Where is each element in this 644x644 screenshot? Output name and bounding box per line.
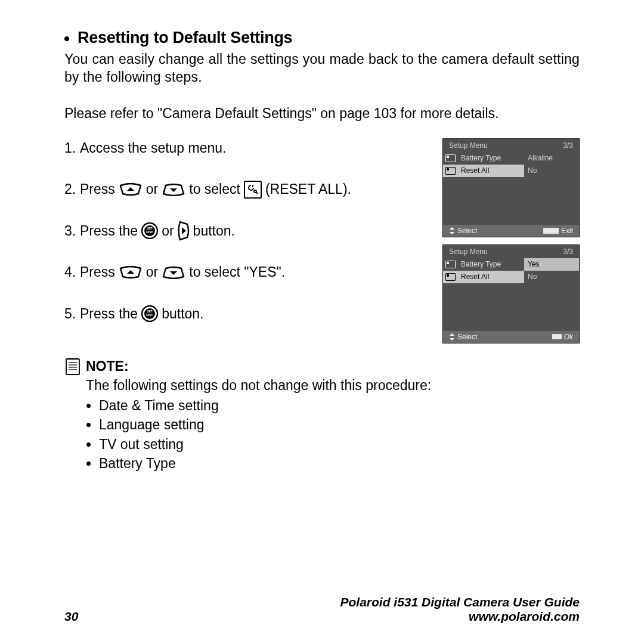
screenshot-2: Setup Menu 3/3 Battery Type Yes Reset Al…: [442, 244, 580, 343]
step-number: 3.: [64, 221, 80, 241]
menu-label: Reset All: [457, 165, 524, 177]
note-item: Battery Type: [99, 454, 431, 473]
menu-value-selected: Yes: [524, 258, 579, 271]
empty-area: [443, 177, 579, 225]
step-text: to select "YES".: [189, 262, 285, 282]
down-button-icon: [162, 266, 185, 279]
note-item: TV out setting: [99, 435, 431, 454]
note-lead: The following settings do not change wit…: [86, 377, 431, 393]
menu-value: No: [524, 271, 579, 283]
step-number: 5.: [64, 304, 80, 324]
menu-value: Alkaline: [524, 152, 579, 165]
note-heading: NOTE:: [86, 358, 129, 374]
menu-row-selected: Reset All No: [443, 165, 579, 177]
step-3: 3. Press the SETDISP or button.: [64, 221, 425, 241]
menu-tag: MENU: [543, 228, 559, 234]
screenshot-1: Setup Menu 3/3 Battery Type Alkaline Res…: [442, 138, 580, 237]
manual-page: Resetting to Default Settings You can ea…: [0, 0, 644, 644]
step-4: 4. Press or to select "YES".: [64, 262, 425, 282]
step-text: (RESET ALL).: [265, 179, 351, 199]
svg-text:DISP: DISP: [146, 313, 153, 317]
set-disp-button-icon: SETDISP: [141, 305, 158, 322]
empty-area: [443, 283, 579, 331]
right-button-icon: [178, 221, 190, 241]
step-number: 4.: [64, 262, 80, 282]
step-text: Press: [80, 179, 115, 199]
page-footer: 30 Polaroid i531 Digital Camera User Gui…: [64, 595, 580, 624]
step-text: button.: [193, 221, 235, 241]
up-button-icon: [119, 266, 143, 279]
step-text: to select: [189, 179, 240, 199]
step-number: 1.: [64, 138, 80, 158]
menu-label: Reset All: [457, 271, 524, 283]
camera-screenshots: Setup Menu 3/3 Battery Type Alkaline Res…: [442, 138, 580, 351]
screen-title: Setup Menu: [449, 247, 488, 256]
battery-icon: [443, 152, 457, 165]
svg-point-0: [254, 190, 256, 193]
step-5: 5. Press the SETDISP button.: [64, 304, 425, 324]
updown-icon: [449, 227, 455, 234]
step-text: Access the setup menu.: [80, 138, 226, 158]
step-text: Press: [80, 262, 115, 282]
down-button-icon: [162, 183, 185, 196]
screen-footer: Select MENUExit: [443, 225, 579, 237]
menu-label: Battery Type: [457, 152, 524, 165]
reset-icon: [443, 165, 457, 177]
page-number: 30: [64, 609, 78, 624]
screen-page: 3/3: [563, 247, 573, 256]
menu-value: No: [524, 165, 579, 177]
steps-list: 1. Access the setup menu. 2. Press or to…: [64, 138, 425, 345]
step-number: 2.: [64, 179, 80, 199]
footer-url: www.polaroid.com: [340, 609, 580, 624]
reset-all-icon: [244, 181, 262, 199]
step-text: Press the: [80, 221, 138, 241]
section-title: Resetting to Default Settings: [78, 29, 292, 47]
svg-text:DISP: DISP: [146, 230, 153, 234]
menu-row: Battery Type Alkaline: [443, 152, 579, 165]
notepad-icon: [64, 357, 81, 376]
reset-icon: [443, 271, 457, 283]
menu-label: Battery Type: [457, 258, 524, 271]
battery-icon: [443, 258, 457, 271]
footer-left: Select: [457, 333, 477, 341]
footer-right: Ok: [564, 333, 573, 341]
step-1: 1. Access the setup menu.: [64, 138, 425, 158]
step-text: or: [162, 221, 174, 241]
note-list: Date & Time setting Language setting TV …: [86, 396, 431, 473]
menu-row: Battery Type Yes: [443, 258, 579, 271]
step-text: or: [146, 262, 158, 282]
reference-line: Please refer to "Camera Default Settings…: [64, 106, 580, 122]
footer-right: Exit: [561, 227, 573, 235]
step-text: button.: [162, 304, 203, 324]
footer-title: Polaroid i531 Digital Camera User Guide: [340, 595, 580, 609]
note-item: Language setting: [99, 415, 431, 434]
step-text: Press the: [80, 304, 138, 324]
svg-line-1: [256, 192, 258, 194]
updown-icon: [449, 333, 455, 340]
svg-rect-10: [66, 359, 79, 374]
set-disp-button-icon: SETDISP: [141, 222, 158, 239]
note-item: Date & Time setting: [99, 396, 431, 415]
note-block: NOTE: The following settings do not chan…: [64, 357, 580, 473]
set-tag: SET: [552, 334, 562, 339]
screen-footer: Select SETOk: [443, 331, 579, 343]
bullet-icon: [64, 36, 69, 41]
intro-paragraph: You can easily change all the settings y…: [64, 51, 580, 86]
screen-title: Setup Menu: [449, 141, 488, 150]
footer-left: Select: [457, 227, 477, 235]
screen-page: 3/3: [563, 141, 573, 150]
menu-row-selected: Reset All No: [443, 271, 579, 283]
steps-and-screens: 1. Access the setup menu. 2. Press or to…: [64, 138, 580, 351]
section-heading: Resetting to Default Settings: [64, 29, 580, 47]
step-text: or: [146, 179, 158, 199]
step-2: 2. Press or to select (RESET ALL).: [64, 179, 425, 199]
up-button-icon: [119, 183, 143, 196]
